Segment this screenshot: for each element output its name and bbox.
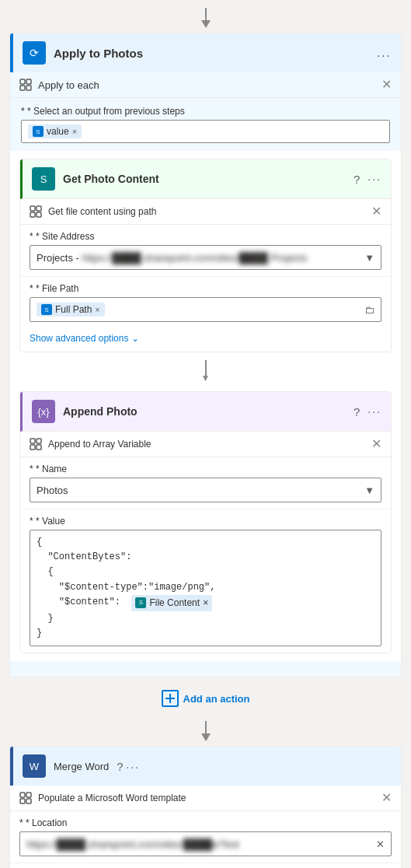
append-photo-help-icon[interactable]: ? [354,405,360,418]
show-advanced-chevron-icon: ⌄ [131,333,139,344]
merge-word-card: W Merge Word ? ··· Populate a Microsoft … [9,746,402,868]
populate-word-close-button[interactable]: ✕ [381,792,392,804]
full-path-tag-icon: S [41,304,52,315]
value-line-6: } [37,611,374,626]
svg-rect-7 [37,206,41,211]
merge-word-header: W Merge Word ? ··· [10,747,401,786]
apply-to-photos-card: ⟳ Apply to Photos ... Apply to each ✕ * … [9,33,402,677]
add-action-label: Add an action [183,693,250,705]
add-action-icon [162,690,179,707]
svg-rect-13 [37,445,41,450]
apply-to-photos-more-button[interactable]: ... [377,46,392,60]
site-address-value: Projects - https://████.sharepoint.com/s… [37,252,307,264]
svg-rect-20 [20,799,25,803]
append-photo-title: Append Photo [63,405,346,418]
file-path-folder-icon: 🗀 [364,304,374,316]
value-line-5: "$content": S File Content × [37,595,374,611]
location-clear-icon[interactable]: ✕ [376,838,385,850]
name-select[interactable]: Photos ▼ [30,478,381,502]
append-array-desc-row: Append to Array Variable ✕ [20,432,391,457]
append-photo-icon: {x} [32,400,55,423]
file-content-tag-icon: S [135,597,146,608]
value-label: * Value [30,516,381,527]
populate-word-desc-row: Populate a Microsoft Word template ✕ [10,786,401,811]
get-file-content-close-button[interactable]: ✕ [371,205,381,218]
svg-rect-18 [20,793,25,797]
select-output-label: * Select an output from previous steps [21,106,390,117]
apply-each-close-button[interactable]: ✕ [381,79,392,91]
svg-rect-9 [37,212,41,217]
svg-rect-10 [30,439,35,443]
file-path-label: * File Path [30,283,381,294]
document-library-field: * Document Library Documents ▼ [10,863,401,868]
file-path-input[interactable]: S Full Path × 🗀 [30,297,381,322]
add-action-button[interactable]: Add an action [162,690,250,707]
svg-rect-2 [20,79,25,84]
apply-to-photos-title: Apply to Photos [54,47,369,60]
merge-arrow-connector [0,713,411,746]
apply-each-icon [19,79,32,91]
get-file-content-icon [30,205,42,218]
site-address-select[interactable]: Projects - https://████.sharepoint.com/s… [30,245,381,270]
show-advanced-button[interactable]: Show advanced options ⌄ [20,328,391,352]
merge-word-help-icon[interactable]: ? [117,760,123,773]
svg-rect-5 [26,86,31,90]
select-output-section: * Select an output from previous steps S… [10,98,401,151]
merge-word-more-button[interactable]: ··· [126,761,140,773]
add-action-section: Add an action [0,677,411,713]
get-file-content-desc: Get file content using path [48,206,365,217]
full-path-tag: S Full Path × [37,303,105,317]
show-advanced-label: Show advanced options [30,333,128,344]
value-tag: S value × [28,124,82,138]
get-photo-content-card: S Get Photo Content ? ··· Get file conte… [19,159,392,352]
file-path-field: * File Path S Full Path × 🗀 [20,276,391,328]
file-content-tag-remove[interactable]: × [203,596,208,611]
select-output-input[interactable]: S value × [21,120,390,143]
name-chevron-icon: ▼ [364,485,374,496]
site-address-url-blurred: https://████.sharepoint.com/sites/████ P… [82,252,308,264]
site-address-field: * Site Address Projects - https://████.s… [20,225,391,276]
file-content-tag-text: File Content [149,596,200,611]
value-textarea[interactable]: { "ContentBytes": { "$content-type":"ima… [30,530,381,646]
top-arrow-connector [0,0,411,33]
get-photo-content-actions: ? ··· [354,173,381,186]
value-tag-text: value [47,126,69,137]
get-photo-content-title: Get Photo Content [63,173,346,185]
svg-rect-6 [30,206,35,211]
apply-to-photos-header: ⟳ Apply to Photos ... [10,33,401,72]
append-photo-header: {x} Append Photo ? ··· [20,392,391,432]
inner-arrow-1 [10,360,401,383]
svg-rect-11 [37,439,41,443]
value-line-4: "$content-type":"image/png", [37,580,374,595]
populate-word-icon [19,792,32,804]
value-tag-remove-button[interactable]: × [72,127,77,136]
append-photo-more-button[interactable]: ··· [367,405,381,418]
svg-rect-8 [30,212,35,217]
location-value: https://████.sharepoint.com/sites/████e/… [26,838,239,850]
location-label: * Location [19,817,392,828]
get-photo-content-icon: S [32,167,55,191]
svg-rect-4 [20,86,25,90]
get-file-content-desc-row: Get file content using path ✕ [20,199,391,225]
value-line-2: "ContentBytes": [37,550,374,565]
svg-marker-17 [201,733,211,741]
populate-word-desc: Populate a Microsoft Word template [38,793,375,803]
location-input[interactable]: https://████.sharepoint.com/sites/████e/… [19,831,392,856]
name-label: * Name [30,464,381,474]
apply-each-label: Apply to each [38,79,375,91]
append-array-desc: Append to Array Variable [48,439,365,450]
file-content-tag: S File Content × [131,595,212,611]
get-photo-content-help-icon[interactable]: ? [354,173,360,186]
append-array-icon [30,438,42,450]
value-line-1: { [37,535,374,550]
merge-word-icon: W [23,754,46,778]
svg-marker-1 [201,20,211,28]
name-field: * Name Photos ▼ [20,457,391,509]
merge-word-title: Merge Word [54,761,109,772]
value-field: * Value { "ContentBytes": { "$content-ty… [20,509,391,653]
get-photo-content-more-button[interactable]: ··· [367,173,381,185]
apply-each-row: Apply to each ✕ [10,72,401,98]
value-line-3: { [37,565,374,579]
append-array-close-button[interactable]: ✕ [371,438,381,450]
full-path-tag-remove[interactable]: × [95,305,99,314]
